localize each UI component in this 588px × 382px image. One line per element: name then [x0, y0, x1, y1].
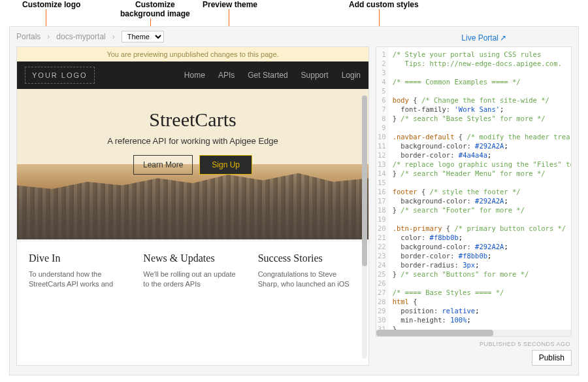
- sign-up-button[interactable]: Sign Up: [199, 155, 252, 175]
- preview-scrollbar[interactable]: [362, 95, 367, 358]
- card-row: Dive In To understand how the StreetCart…: [17, 239, 368, 294]
- annotation-styles: Add custom styles: [349, 0, 419, 9]
- external-link-icon: ↗: [500, 33, 506, 43]
- card-body: Congratulations to Steve Sharp, who laun…: [258, 269, 357, 290]
- card-title: News & Updates: [143, 252, 242, 264]
- card-news: News & Updates We'll be rolling out an u…: [143, 252, 242, 290]
- card-body: To understand how the StreetCarts API wo…: [29, 269, 127, 290]
- annotation-bg: Customize background image: [120, 0, 190, 19]
- css-editor[interactable]: 1234567891011121314151617181920212223242…: [376, 46, 572, 337]
- nav-get-started[interactable]: Get Started: [248, 71, 287, 80]
- nav-login[interactable]: Login: [342, 71, 361, 80]
- nav-apis[interactable]: APIs: [218, 71, 235, 80]
- card-success: Success Stories Congratulations to Steve…: [258, 252, 357, 290]
- crumb-portal-name[interactable]: docs-myportal: [56, 32, 105, 41]
- nav-home[interactable]: Home: [184, 71, 205, 80]
- theme-editor: Portals › docs-myportal › Theme Live Por…: [9, 26, 579, 375]
- card-body: We'll be rolling out an update to the or…: [143, 269, 242, 290]
- card-dive-in: Dive In To understand how the StreetCart…: [29, 252, 127, 290]
- theme-select[interactable]: Theme: [122, 31, 164, 43]
- card-title: Dive In: [29, 252, 127, 264]
- hero-title: StreetCarts: [17, 109, 368, 131]
- crumb-sep: ›: [47, 32, 50, 41]
- crumb-portals[interactable]: Portals: [16, 32, 41, 41]
- publish-status: PUBLISHED 5 SECONDS AGO: [377, 341, 570, 347]
- live-portal-link[interactable]: Live Portal↗: [461, 33, 506, 43]
- annotation-logo: Customize logo: [22, 0, 80, 9]
- publish-button[interactable]: Publish: [532, 350, 572, 366]
- nav-support[interactable]: Support: [301, 71, 329, 80]
- card-title: Success Stories: [258, 252, 357, 264]
- preview-pane: You are previewing unpublished changes t…: [16, 46, 369, 366]
- annotation-preview: Preview theme: [203, 0, 257, 9]
- hero-subtitle: A reference API for working with Apigee …: [17, 136, 368, 146]
- hero-region[interactable]: StreetCarts A reference API for working …: [17, 89, 368, 239]
- preview-banner: You are previewing unpublished changes t…: [17, 47, 368, 61]
- crumb-sep: ›: [112, 32, 115, 41]
- learn-more-button[interactable]: Learn More: [133, 155, 193, 175]
- code-h-scrollbar[interactable]: [376, 330, 571, 336]
- preview-navbar: YOUR LOGO Home APIs Get Started Support …: [17, 61, 368, 89]
- logo-placeholder[interactable]: YOUR LOGO: [25, 67, 95, 84]
